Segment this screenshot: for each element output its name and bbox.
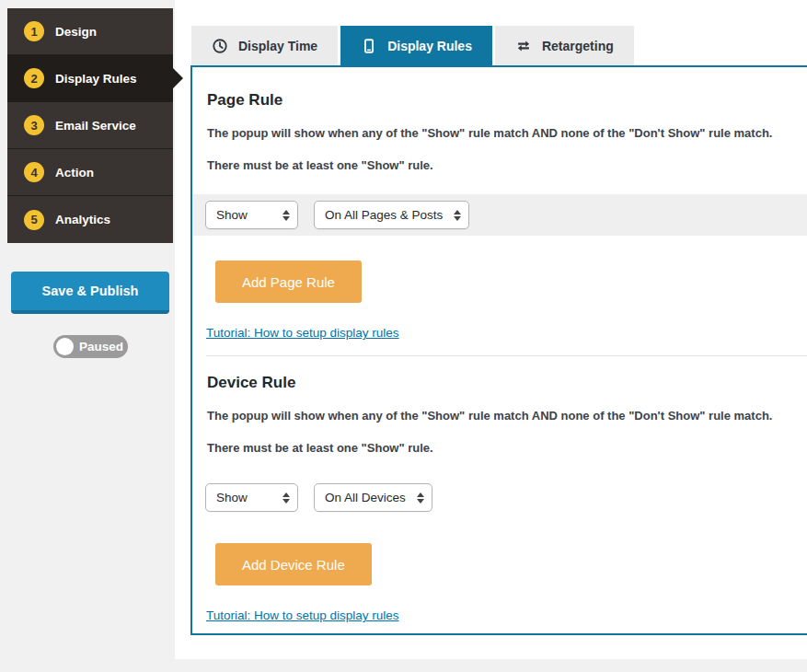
wizard-sidebar: 1 Design 2 Display Rules 3 Email Service… [7, 8, 173, 243]
sidebar-item-label: Design [55, 25, 97, 39]
show-hide-select[interactable]: Show [205, 201, 298, 229]
sidebar-item-label: Email Service [55, 119, 136, 133]
show-hide-select[interactable]: Show [205, 483, 298, 512]
select-value: On All Pages & Posts [325, 208, 443, 222]
select-caret-icon [454, 210, 461, 221]
section-title: Page Rule [207, 91, 807, 110]
smartphone-icon [361, 38, 377, 54]
paused-status-toggle[interactable]: Paused [53, 335, 128, 358]
page-target-select[interactable]: On All Pages & Posts [314, 201, 469, 229]
clock-icon [212, 38, 228, 54]
select-value: On All Devices [325, 491, 406, 504]
status-badge: Paused [79, 340, 123, 353]
select-caret-icon [417, 492, 424, 504]
step-number-badge: 2 [24, 68, 44, 88]
page-rule-section: Page Rule The popup will show when any o… [192, 91, 807, 356]
tab-label: Retargeting [542, 39, 614, 53]
device-rule-row: Show On All Devices [192, 477, 807, 518]
sidebar-item-design[interactable]: 1 Design [7, 8, 173, 55]
page-rule-row: Show On All Pages & Posts [192, 194, 807, 236]
select-value: Show [216, 208, 248, 222]
section-divider [206, 355, 807, 356]
tab-display-time[interactable]: Display Time [191, 26, 338, 65]
select-caret-icon [282, 210, 290, 221]
sidebar-item-label: Analytics [55, 213, 110, 226]
tab-retargeting[interactable]: Retargeting [495, 26, 634, 65]
select-value: Show [216, 491, 248, 504]
sidebar-item-label: Display Rules [55, 72, 137, 86]
popup-builder-page: Display Time Display Rules Retargeting P… [0, 0, 807, 672]
add-page-rule-button[interactable]: Add Page Rule [215, 261, 362, 303]
section-description: The popup will show when any of the "Sho… [207, 408, 807, 424]
step-number-badge: 4 [24, 162, 44, 182]
tab-bar: Display Time Display Rules Retargeting [191, 26, 634, 65]
tab-label: Display Time [238, 39, 317, 53]
device-rule-section: Device Rule The popup will show when any… [192, 374, 807, 623]
main-content-area: Display Time Display Rules Retargeting P… [175, 0, 807, 659]
tutorial-link[interactable]: Tutorial: How to setup display rules [206, 326, 399, 340]
step-number-badge: 1 [24, 21, 44, 41]
tab-display-rules[interactable]: Display Rules [340, 26, 492, 65]
sidebar-item-label: Action [55, 166, 94, 180]
add-device-rule-button[interactable]: Add Device Rule [215, 543, 372, 585]
repeat-icon [515, 38, 532, 54]
section-description: There must be at least one "Show" rule. [207, 440, 807, 457]
tab-label: Display Rules [387, 39, 472, 53]
section-description: The popup will show when any of the "Sho… [207, 125, 807, 142]
active-item-arrow-icon [173, 68, 183, 88]
toggle-knob [56, 338, 74, 355]
step-number-badge: 3 [24, 115, 44, 135]
display-rules-panel: Page Rule The popup will show when any o… [190, 65, 807, 635]
tutorial-link[interactable]: Tutorial: How to setup display rules [206, 608, 399, 622]
section-description: There must be at least one "Show" rule. [207, 157, 807, 174]
sidebar-item-email-service[interactable]: 3 Email Service [7, 102, 173, 149]
save-publish-button[interactable]: Save & Publish [11, 272, 169, 314]
sidebar-item-display-rules[interactable]: 2 Display Rules [7, 55, 173, 102]
device-target-select[interactable]: On All Devices [314, 483, 432, 512]
sidebar-item-action[interactable]: 4 Action [7, 149, 173, 196]
select-caret-icon [282, 492, 290, 504]
section-title: Device Rule [207, 374, 807, 392]
sidebar-item-analytics[interactable]: 5 Analytics [7, 196, 173, 243]
step-number-badge: 5 [24, 210, 44, 230]
